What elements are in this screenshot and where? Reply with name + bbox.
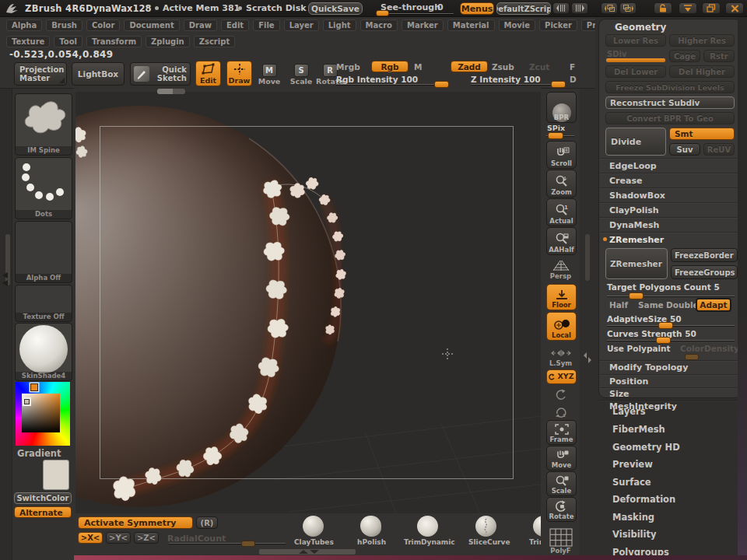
bottom-scrollbar[interactable] bbox=[259, 549, 356, 555]
menu-material[interactable]: Material bbox=[447, 19, 495, 31]
menu-movie[interactable]: Movie bbox=[499, 19, 536, 31]
local-button[interactable]: Local bbox=[546, 312, 577, 341]
adaptive-size-handle[interactable] bbox=[658, 322, 673, 329]
texture-thumbnail[interactable]: Texture Off bbox=[15, 285, 72, 322]
brush-trim-icon[interactable] bbox=[533, 516, 541, 537]
curves-strength-track[interactable] bbox=[607, 340, 735, 341]
sv-marker[interactable] bbox=[23, 397, 31, 406]
menu-zplugin[interactable]: Zplugin bbox=[146, 36, 190, 47]
tray-collapse-arrows-icon[interactable] bbox=[2, 272, 10, 286]
shadowbox-section[interactable]: ShadowBox bbox=[599, 187, 741, 202]
edit-mode-button[interactable]: Edit bbox=[195, 61, 221, 86]
canvas-top-handle[interactable] bbox=[157, 89, 185, 94]
floor-button[interactable]: Floor bbox=[546, 284, 577, 310]
material-thumbnail[interactable]: SkinShade4 bbox=[15, 323, 72, 381]
zadd-button[interactable]: Zadd bbox=[451, 61, 488, 72]
default-zscript-button[interactable]: DefaultZScript bbox=[496, 2, 551, 15]
palette-visibility[interactable]: Visibility bbox=[612, 529, 656, 540]
claypolish-section[interactable]: ClayPolish bbox=[599, 202, 741, 217]
persp-button[interactable]: Persp bbox=[546, 257, 575, 280]
menu-zscript[interactable]: Zscript bbox=[194, 36, 235, 47]
zsub-button[interactable]: Zsub bbox=[492, 62, 514, 72]
menu-file[interactable]: File bbox=[253, 19, 279, 31]
projection-master-button[interactable]: Projection Master bbox=[14, 62, 67, 86]
color-picker[interactable] bbox=[16, 382, 70, 446]
same-button[interactable]: Same bbox=[638, 300, 664, 310]
move-mode-button[interactable]: M Move bbox=[255, 61, 283, 86]
menu-alpha[interactable]: Alpha bbox=[6, 19, 42, 31]
use-polypaint-toggle[interactable]: Use Polypaint bbox=[607, 344, 679, 353]
polyframe-button[interactable]: PolyF bbox=[546, 523, 575, 555]
tray-collapse-arrows-icon[interactable] bbox=[583, 352, 592, 364]
menu-edit[interactable]: Edit bbox=[221, 19, 249, 31]
reconstruct-subdiv-button[interactable]: Reconstruct Subdiv bbox=[605, 96, 735, 109]
shelf-move-button[interactable]: Move bbox=[546, 446, 577, 471]
edgeloop-section[interactable]: EdgeLoop bbox=[599, 158, 741, 173]
stroke-thumbnail[interactable]: IM Spine bbox=[15, 93, 72, 156]
menu-light[interactable]: Light bbox=[323, 19, 356, 31]
freeze-border-button[interactable]: FreezeBorder bbox=[671, 248, 738, 262]
brush-slicecurve-icon[interactable] bbox=[475, 516, 496, 537]
brush-claytubes-icon[interactable] bbox=[303, 516, 324, 537]
symmetry-z-button[interactable]: >Z< bbox=[134, 532, 159, 544]
symmetry-x-button[interactable]: >X< bbox=[78, 532, 103, 544]
double-button[interactable]: Double bbox=[666, 300, 699, 310]
rotate-on-z-icon[interactable]: z bbox=[546, 404, 575, 418]
curves-strength-handle[interactable] bbox=[656, 337, 671, 344]
palette-prev-button[interactable] bbox=[601, 2, 618, 14]
palette-geometry-hd[interactable]: Geometry HD bbox=[612, 442, 680, 453]
switch-color-button[interactable]: SwitchColor bbox=[14, 492, 72, 504]
lsym-button[interactable]: L.Sym bbox=[546, 347, 575, 367]
actual-button[interactable]: 1 Actual bbox=[546, 198, 577, 226]
hue-marker[interactable] bbox=[30, 383, 38, 391]
menu-color[interactable]: Color bbox=[86, 19, 120, 31]
half-button[interactable]: Half bbox=[609, 300, 628, 310]
restore-button[interactable] bbox=[702, 2, 721, 14]
palette-deformation[interactable]: Deformation bbox=[612, 494, 675, 505]
modify-topology-section[interactable]: Modify Topology bbox=[599, 360, 741, 374]
target-polygons-handle[interactable] bbox=[629, 292, 644, 299]
menu-marker[interactable]: Marker bbox=[402, 19, 444, 31]
target-polygons-track[interactable] bbox=[607, 296, 735, 296]
lightbox-button[interactable]: LightBox bbox=[72, 62, 124, 86]
crease-section[interactable]: Crease bbox=[599, 173, 741, 187]
shelf-rotate-button[interactable]: Rotate bbox=[546, 497, 577, 522]
quick-sketch-button[interactable]: Quick Sketch bbox=[130, 62, 191, 86]
gradient-label[interactable]: Gradient bbox=[17, 448, 61, 459]
alpha-thumbnail[interactable]: Alpha Off bbox=[15, 221, 72, 283]
left-tray-divider[interactable] bbox=[0, 89, 12, 560]
size-section[interactable]: Size bbox=[599, 387, 741, 400]
z-intensity-track[interactable] bbox=[471, 84, 559, 85]
m-button[interactable]: M bbox=[414, 62, 422, 72]
menu-tool[interactable]: Tool bbox=[54, 36, 82, 47]
quicksave-button[interactable]: QuickSave bbox=[308, 2, 363, 15]
alternate-button[interactable]: Alternate bbox=[14, 506, 72, 518]
aahalf-button[interactable]: AAHalf bbox=[546, 227, 577, 255]
brush-hpolish-icon[interactable] bbox=[360, 516, 381, 537]
shelf-panel-divider[interactable] bbox=[580, 89, 595, 560]
position-section[interactable]: Position bbox=[599, 374, 741, 387]
brush-trimdynamic-icon[interactable] bbox=[417, 516, 438, 537]
zremesher-section[interactable]: ZRemesher bbox=[599, 232, 741, 247]
rgb-button[interactable]: Rgb bbox=[371, 61, 409, 72]
menu-document[interactable]: Document bbox=[124, 19, 179, 31]
palette-next-button[interactable] bbox=[619, 2, 637, 14]
scale-mode-button[interactable]: S Scale bbox=[287, 61, 315, 86]
minimize-button[interactable] bbox=[679, 2, 697, 14]
freeze-groups-button[interactable]: FreezeGroups bbox=[671, 265, 738, 279]
menu-texture[interactable]: Texture bbox=[6, 36, 50, 47]
menu-brush[interactable]: Brush bbox=[46, 19, 82, 31]
dynamesh-section[interactable]: DynaMesh bbox=[599, 217, 741, 232]
rgb-intensity-handle[interactable] bbox=[434, 81, 449, 88]
menu-transform[interactable]: Transform bbox=[86, 36, 142, 47]
smt-button[interactable]: Smt bbox=[669, 128, 735, 140]
menus-button[interactable]: Menus bbox=[460, 2, 494, 15]
palette-layers[interactable]: Layers bbox=[612, 406, 646, 417]
tray-right-button[interactable] bbox=[571, 2, 588, 14]
menu-macro[interactable]: Macro bbox=[360, 19, 398, 31]
main-color-swatch[interactable] bbox=[43, 460, 69, 490]
divide-button[interactable]: Divide bbox=[605, 128, 666, 156]
zremesher-button[interactable]: ZRemesher bbox=[605, 248, 668, 279]
lock-button[interactable] bbox=[654, 2, 672, 14]
tray-left-button[interactable] bbox=[552, 2, 570, 14]
